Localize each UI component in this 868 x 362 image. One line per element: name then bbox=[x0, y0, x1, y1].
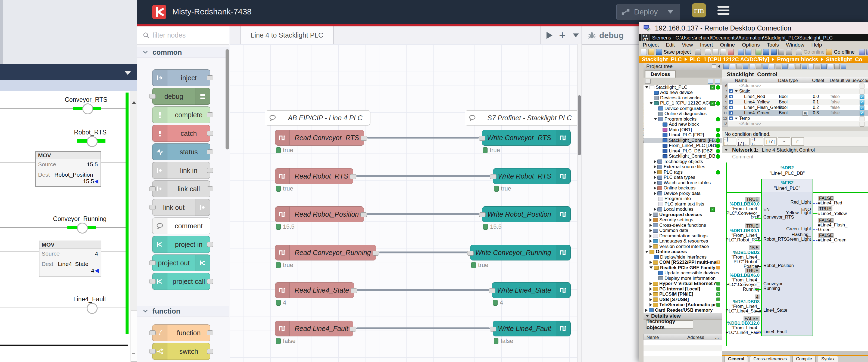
node-port-in[interactable] bbox=[490, 327, 496, 332]
ladder-scrollbar[interactable] bbox=[130, 91, 137, 362]
tree-item-usb-s7usb-[interactable]: USB [S7USB] bbox=[644, 297, 722, 302]
favorites-icon[interactable] bbox=[802, 64, 807, 69]
ff-logic-icon[interactable] bbox=[737, 64, 742, 69]
palette-node-comment[interactable]: comment bbox=[152, 218, 210, 234]
delete-network-icon[interactable] bbox=[730, 64, 735, 69]
canvas-scrollbar[interactable] bbox=[577, 45, 582, 362]
go-offline-label[interactable]: Go offline bbox=[834, 49, 855, 55]
tree-item-display-more-information[interactable]: Display more information bbox=[644, 276, 722, 281]
node-port-out[interactable] bbox=[207, 168, 213, 173]
run-tab-icon[interactable] bbox=[547, 32, 553, 39]
snapshot-icon[interactable] bbox=[841, 64, 846, 69]
inspector-tab-cross-references[interactable]: Cross-references bbox=[750, 356, 790, 362]
node-port-in[interactable] bbox=[149, 330, 156, 335]
go-to-icon[interactable] bbox=[808, 64, 814, 69]
deploy-button[interactable]: Deploy bbox=[616, 4, 680, 20]
upload-from-device-icon[interactable] bbox=[771, 49, 777, 55]
node-port-out[interactable] bbox=[207, 75, 213, 80]
tree-item-pc-internal-local-[interactable]: PC internal [Local] bbox=[644, 286, 722, 292]
node-port-out[interactable] bbox=[350, 327, 356, 332]
accessible-checkbox[interactable]: ✓ bbox=[860, 100, 865, 105]
free-form-icon[interactable] bbox=[795, 64, 801, 69]
wire[interactable] bbox=[367, 213, 479, 215]
interface-row-9[interactable]: 9◀Line4_YellowBool0.1false✓ bbox=[722, 99, 868, 105]
start-cpu-icon[interactable] bbox=[778, 49, 784, 55]
tree-item-plc-tags[interactable]: PLC tags bbox=[644, 170, 722, 175]
type-picker-button[interactable]: ▤ bbox=[803, 111, 808, 116]
tree-item-plc-alarm-text-lists[interactable]: PLC alarm text lists bbox=[644, 201, 722, 207]
node-port-in[interactable] bbox=[149, 205, 156, 210]
tab-line4-to-stacklight-plc[interactable]: Line 4 to Stacklight PLC bbox=[240, 26, 334, 44]
coil-tag-label[interactable]: Line4_Fault bbox=[0, 296, 106, 303]
lad-tool-coil[interactable]: -( )- bbox=[751, 137, 763, 146]
menu-project[interactable]: Project bbox=[639, 42, 662, 48]
tree-expand-icon[interactable] bbox=[650, 261, 652, 264]
wire[interactable] bbox=[367, 137, 479, 139]
wire[interactable] bbox=[357, 289, 489, 291]
new-project-icon[interactable] bbox=[641, 49, 647, 55]
tree-expand-icon[interactable] bbox=[650, 282, 652, 285]
tree-item-documentation-settings[interactable]: Documentation settings bbox=[644, 233, 722, 239]
column-data-type[interactable]: Data type bbox=[778, 78, 798, 83]
group-expander-icon[interactable] bbox=[735, 118, 738, 119]
splitter[interactable] bbox=[722, 127, 868, 131]
node-port-out[interactable] bbox=[350, 288, 357, 293]
accessible-devices-icon[interactable] bbox=[866, 49, 868, 55]
redo-icon[interactable] bbox=[745, 49, 751, 55]
split-view-icon[interactable] bbox=[763, 64, 768, 69]
panel-split-icon[interactable] bbox=[712, 64, 716, 68]
palette-node-project-in[interactable]: project in bbox=[152, 236, 210, 253]
lad-canvas[interactable]: TRUE%DB1.DBX0.0"From_Line4_PLC".Conveyor… bbox=[722, 160, 868, 351]
interface-row-6[interactable]: 6<Add new> bbox=[722, 83, 868, 88]
tree-item-display-hide-interfaces[interactable]: Display/hide interfaces bbox=[644, 254, 722, 260]
accessible-checkbox[interactable]: ✓ bbox=[860, 94, 865, 99]
column-offset[interactable]: Offset bbox=[812, 78, 824, 83]
palette-node-complete[interactable]: complete bbox=[152, 106, 210, 123]
interface-row-7[interactable]: 7◀Static bbox=[722, 88, 868, 94]
tia-titlebar[interactable]: TIAV17 Siemens - C:\Users\richard\Docume… bbox=[639, 34, 868, 41]
lad-tool-empty-box[interactable]: |??| bbox=[764, 137, 777, 146]
tree-expand-icon[interactable] bbox=[650, 245, 652, 248]
menu-tools[interactable]: Tools bbox=[763, 42, 782, 48]
download-icon[interactable] bbox=[821, 64, 827, 69]
tree-item-device-proxy-data[interactable]: Device proxy data bbox=[644, 191, 722, 196]
node-write-robot_position[interactable]: Write Robot_Position bbox=[482, 206, 571, 222]
tree-item-hyper-v-virtual-ethernet-adapter[interactable]: Hyper-V Virtual Ethernet Adapter bbox=[644, 281, 722, 287]
wire[interactable] bbox=[356, 328, 490, 329]
palette-search[interactable]: filter nodes bbox=[137, 26, 229, 45]
node-port-out[interactable] bbox=[207, 187, 213, 191]
tree-expand-icon[interactable] bbox=[654, 176, 656, 179]
go-online-icon[interactable] bbox=[796, 49, 802, 55]
tree-item-teleservice-automatic-protoco-[interactable]: TeleService [Automatic protoco... bbox=[644, 302, 722, 308]
palette-node-link-in[interactable]: link in bbox=[152, 162, 210, 179]
tree-item-realtek-pcie-gbe-family-con-[interactable]: Realtek PCIe GBE Family Con... bbox=[644, 265, 722, 271]
wire[interactable] bbox=[356, 175, 490, 177]
canvas-scrollbar-thumb[interactable] bbox=[578, 95, 581, 155]
node-write-line4_state[interactable]: Write Line4_State bbox=[492, 282, 571, 298]
tree-item-update-accessible-devices[interactable]: Update accessible devices bbox=[644, 271, 722, 276]
node-read-conveyor_running[interactable]: Read Conveyor_Running bbox=[275, 245, 376, 260]
column-accessible[interactable]: Accessible bbox=[857, 78, 868, 83]
node-port-in[interactable] bbox=[489, 288, 495, 293]
add-new-row[interactable]: <Add new> bbox=[739, 121, 761, 127]
add-new-row[interactable]: <Add new> bbox=[739, 83, 761, 88]
palette-node-link-out[interactable]: link out bbox=[152, 199, 210, 216]
tree-item-card-reader-usb-memory[interactable]: Card Reader/USB memory bbox=[644, 308, 722, 313]
node-port-out[interactable] bbox=[361, 136, 367, 141]
download-to-device-icon[interactable] bbox=[763, 49, 769, 55]
save-project-label[interactable]: Save project bbox=[664, 49, 691, 55]
menu-online[interactable]: Online bbox=[716, 42, 738, 48]
rdp-titlebar[interactable]: 192.168.0.137 - Remote Desktop Connectio… bbox=[639, 22, 868, 34]
menu-edit[interactable]: Edit bbox=[662, 42, 678, 48]
tree-collapse-icon[interactable] bbox=[650, 102, 653, 105]
tree-expand-icon[interactable] bbox=[650, 218, 652, 222]
tree-item-device-configuration[interactable]: Device configuration bbox=[644, 106, 722, 111]
stop-cpu-icon[interactable] bbox=[786, 49, 792, 55]
breadcrumb-item[interactable]: Stacklight_Co bbox=[826, 56, 862, 63]
group-expander-icon[interactable] bbox=[735, 90, 738, 92]
insert-network-icon[interactable] bbox=[723, 64, 729, 69]
fb-call-block[interactable]: %FB2 "Line4_PLC" EN ENO Conveyor_RTSRobo… bbox=[761, 179, 813, 336]
output-coil[interactable] bbox=[77, 223, 88, 233]
scrollbar-thumb[interactable] bbox=[131, 311, 137, 362]
comment-node[interactable]: S7 Profinet - Stacklight PLC bbox=[465, 110, 579, 126]
